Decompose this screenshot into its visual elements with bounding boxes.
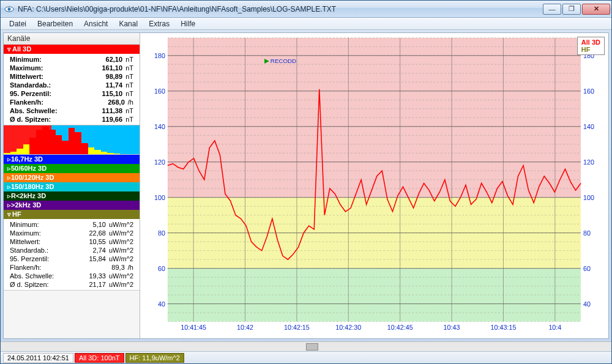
scrollbar-thumb[interactable] xyxy=(306,343,318,351)
channel-header-hf[interactable]: ▿HF xyxy=(4,210,140,219)
stat-row: Maximum:161,10 nT xyxy=(4,64,140,72)
svg-text:10:42:15: 10:42:15 xyxy=(284,324,310,331)
menu-extras[interactable]: Extras xyxy=(144,18,174,29)
stat-row: 95. Perzentil:15,84 uW/m^2 xyxy=(4,254,140,263)
status-all3d: All 3D: 100nT xyxy=(75,353,124,363)
stat-row: Ø d. Spitzen:119,66 nT xyxy=(4,115,140,124)
legend-hf: HF xyxy=(581,46,600,53)
svg-text:RECODD: RECODD xyxy=(271,58,296,64)
svg-text:180: 180 xyxy=(154,52,165,59)
channel-header-all3d[interactable]: ▿All 3D xyxy=(4,45,140,54)
titlebar-title: NFA: C:\Users\Niels\00giga-produkte\01-N… xyxy=(18,5,543,13)
legend: All 3D HF xyxy=(577,37,605,55)
stat-row: Maximum:22,68 uW/m^2 xyxy=(4,229,140,237)
svg-text:100: 100 xyxy=(154,194,165,201)
channel-bar[interactable]: ▹100/120Hz 3D xyxy=(4,173,140,182)
sidebar-header: Kanäle xyxy=(4,33,140,45)
sidebar: Kanäle ▿All 3D Minimum:62,10 nTMaximum:1… xyxy=(4,33,140,338)
menu-hilfe[interactable]: Hilfe xyxy=(176,18,200,29)
stat-row: 95. Perzentil:115,10 nT xyxy=(4,89,140,98)
menu-kanal[interactable]: Kanal xyxy=(114,18,143,29)
histogram xyxy=(4,125,140,154)
channel-bar[interactable]: ▹16,7Hz 3D xyxy=(4,155,140,164)
stats-all3d: Minimum:62,10 nTMaximum:161,10 nTMittelw… xyxy=(4,54,140,125)
svg-text:10:42: 10:42 xyxy=(237,324,253,331)
svg-text:10:42:45: 10:42:45 xyxy=(387,324,413,331)
menu-ansicht[interactable]: Ansicht xyxy=(79,18,113,29)
channel-label: All 3D xyxy=(12,45,31,53)
stat-row: Flanken/h:268,0 /h xyxy=(4,98,140,106)
svg-text:10:42:30: 10:42:30 xyxy=(335,324,361,331)
menubar: Datei Bearbeiten Ansicht Kanal Extras Hi… xyxy=(1,18,611,30)
channel-bar[interactable]: ▹>2kHz 3D xyxy=(4,201,140,210)
svg-text:60: 60 xyxy=(583,265,591,272)
maximize-button[interactable]: ❐ xyxy=(562,4,581,15)
svg-text:80: 80 xyxy=(158,229,165,237)
svg-text:40: 40 xyxy=(158,300,165,308)
channel-label: HF xyxy=(12,210,21,218)
stats-hf: Minimum:5,10 uW/m^2Maximum:22,68 uW/m^2M… xyxy=(4,219,140,290)
stat-row: Abs. Schwelle:111,38 nT xyxy=(4,106,140,115)
stat-row: Flanken/h:89,3 /h xyxy=(4,263,140,272)
stat-row: Abs. Schwelle:19,33 uW/m^2 xyxy=(4,272,140,280)
stat-row: Standardab.:11,74 nT xyxy=(4,81,140,89)
svg-text:80: 80 xyxy=(583,229,591,237)
svg-text:60: 60 xyxy=(158,265,165,272)
app-icon xyxy=(4,4,14,14)
menu-bearbeiten[interactable]: Bearbeiten xyxy=(32,18,78,29)
legend-all3d: All 3D xyxy=(581,39,600,46)
titlebar[interactable]: NFA: C:\Users\Niels\00giga-produkte\01-N… xyxy=(1,1,611,18)
channel-all3d: ▿All 3D Minimum:62,10 nTMaximum:161,10 n… xyxy=(4,45,140,155)
stat-row: Mittelwert:98,89 nT xyxy=(4,72,140,81)
svg-text:40: 40 xyxy=(583,300,591,308)
svg-text:120: 120 xyxy=(583,158,594,166)
chart-canvas[interactable]: 4040606080801001001201201401401601601801… xyxy=(140,33,608,338)
channel-bar[interactable]: ▹150/180Hz 3D xyxy=(4,182,140,191)
workspace: Kanäle ▿All 3D Minimum:62,10 nTMaximum:1… xyxy=(3,32,609,339)
svg-text:160: 160 xyxy=(583,87,594,95)
stat-row: Minimum:62,10 nT xyxy=(4,55,140,64)
svg-text:120: 120 xyxy=(154,158,165,166)
channel-bar[interactable]: ▹R<2kHz 3D xyxy=(4,191,140,201)
app-window: NFA: C:\Users\Niels\00giga-produkte\01-N… xyxy=(0,0,612,364)
stat-row: Minimum:5,10 uW/m^2 xyxy=(4,220,140,229)
svg-point-1 xyxy=(8,7,11,10)
stat-row: Mittelwert:10,55 uW/m^2 xyxy=(4,237,140,246)
channel-bar[interactable]: ▹50/60Hz 3D xyxy=(4,164,140,173)
statusbar: 24.05.2011 10:42:51 All 3D: 100nT HF: 11… xyxy=(1,351,611,363)
svg-text:100: 100 xyxy=(583,194,594,201)
status-datetime: 24.05.2011 10:42:51 xyxy=(3,353,73,363)
svg-text:10:41:45: 10:41:45 xyxy=(181,324,206,331)
svg-text:10:43:15: 10:43:15 xyxy=(491,324,517,331)
close-button[interactable]: ✕ xyxy=(582,4,610,15)
stat-row: Ø d. Spitzen:21,17 uW/m^2 xyxy=(4,280,140,289)
chart-area[interactable]: 4040606080801001001201201401401601601801… xyxy=(140,33,608,338)
svg-text:140: 140 xyxy=(154,123,165,130)
svg-text:160: 160 xyxy=(154,87,165,95)
minimize-button[interactable]: — xyxy=(543,4,561,15)
channel-list: ▹16,7Hz 3D▹50/60Hz 3D▹100/120Hz 3D▹150/1… xyxy=(4,155,140,210)
status-hf: HF: 11,9uW/m^2 xyxy=(125,353,184,363)
menu-datei[interactable]: Datei xyxy=(4,18,31,29)
channel-hf: ▿HF Minimum:5,10 uW/m^2Maximum:22,68 uW/… xyxy=(4,210,140,291)
stat-row: Standardab.:2,74 uW/m^2 xyxy=(4,246,140,254)
svg-text:10:43: 10:43 xyxy=(444,324,460,331)
svg-text:140: 140 xyxy=(583,123,594,130)
svg-text:10:4: 10:4 xyxy=(548,324,561,331)
horizontal-scrollbar[interactable] xyxy=(1,341,611,351)
